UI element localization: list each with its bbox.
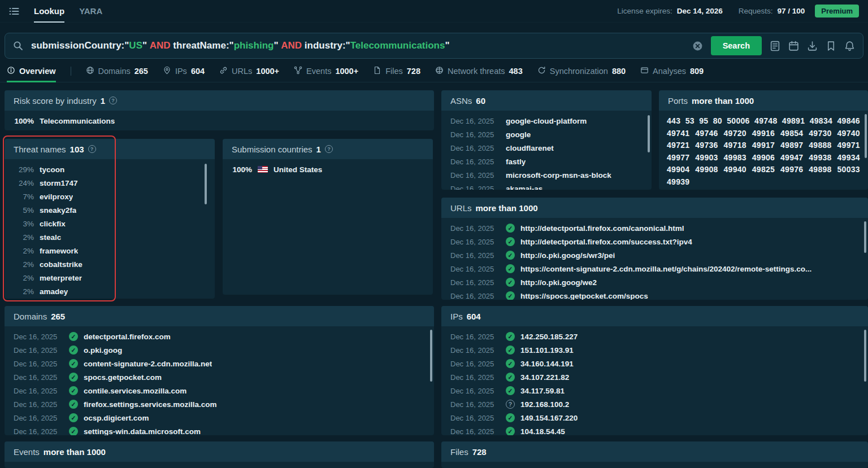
asn-name[interactable]: fastly: [506, 158, 526, 166]
port-value[interactable]: 49748: [754, 115, 777, 128]
port-value[interactable]: 49897: [780, 139, 803, 152]
port-value[interactable]: 49977: [667, 152, 689, 164]
row-value[interactable]: 34.160.144.191: [520, 360, 574, 368]
tab-domains[interactable]: Domains 265: [86, 60, 148, 82]
port-value[interactable]: 49891: [782, 115, 805, 128]
clear-icon[interactable]: [692, 41, 703, 51]
calendar-icon[interactable]: [788, 41, 799, 51]
row-value[interactable]: content-signature-2.cdn.mozilla.net: [84, 360, 212, 368]
port-value[interactable]: 49904: [667, 164, 689, 176]
port-value[interactable]: 49983: [724, 152, 747, 164]
row-value[interactable]: 34.107.221.82: [520, 373, 569, 382]
port-value[interactable]: 49736: [695, 139, 718, 152]
tab-analyses[interactable]: Analyses 809: [640, 60, 704, 82]
risk-industry[interactable]: Telecommunications: [40, 117, 115, 125]
port-value[interactable]: 49917: [752, 139, 775, 152]
row-value[interactable]: http://o.pki.goog/s/wr3/pei: [520, 251, 615, 260]
bookmark-icon[interactable]: [826, 41, 836, 51]
scrollbar-thumb[interactable]: [205, 164, 207, 204]
tab-lookup[interactable]: Lookup: [34, 0, 64, 23]
row-value[interactable]: 192.168.100.2: [520, 400, 569, 409]
asn-name[interactable]: microsoft-corp-msn-as-block: [506, 171, 611, 180]
tab-files[interactable]: Files 728: [373, 60, 420, 82]
port-value[interactable]: 49971: [837, 139, 860, 152]
port-value[interactable]: 50006: [727, 115, 749, 128]
scrollbar-thumb[interactable]: [648, 115, 650, 152]
premium-badge[interactable]: Premium: [815, 5, 859, 18]
scrollbar-thumb[interactable]: [864, 221, 866, 253]
row-value[interactable]: settings-win.data.microsoft.com: [84, 427, 201, 436]
port-value[interactable]: 49846: [837, 115, 860, 128]
threat-name[interactable]: tycoon: [40, 165, 64, 174]
port-value[interactable]: 49718: [724, 139, 747, 152]
row-value[interactable]: http://o.pki.goog/we2: [520, 278, 597, 287]
tab-overview[interactable]: Overview: [7, 60, 56, 82]
port-value[interactable]: 49741: [667, 128, 689, 140]
asn-name[interactable]: google-cloud-platform: [506, 117, 587, 125]
tab-events[interactable]: Events 1000+: [294, 60, 358, 82]
row-value[interactable]: firefox.settings.services.mozilla.com: [84, 400, 217, 409]
threat-name[interactable]: evilproxy: [40, 193, 73, 201]
row-value[interactable]: http://detectportal.firefox.com/success.…: [520, 238, 692, 246]
menu-icon[interactable]: [9, 7, 19, 16]
threat-name[interactable]: sneaky2fa: [40, 206, 76, 215]
port-value[interactable]: 49916: [752, 128, 775, 140]
port-value[interactable]: 49898: [809, 164, 831, 176]
row-value[interactable]: 151.101.193.91: [520, 346, 574, 355]
threat-name[interactable]: amadey: [40, 287, 68, 296]
search-button[interactable]: Search: [711, 36, 762, 55]
threat-name[interactable]: meterpreter: [40, 274, 82, 282]
port-value[interactable]: 49934: [837, 152, 860, 164]
threat-name[interactable]: cobaltstrike: [40, 260, 83, 269]
port-value[interactable]: 49908: [695, 164, 718, 176]
tab-synchronization[interactable]: Synchronization 880: [537, 60, 626, 82]
port-value[interactable]: 49854: [780, 128, 803, 140]
row-value[interactable]: 149.154.167.220: [520, 414, 578, 422]
port-value[interactable]: 443: [667, 115, 680, 128]
tab-ips[interactable]: IPs 604: [163, 60, 205, 82]
row-value[interactable]: 142.250.185.227: [520, 333, 578, 341]
port-value[interactable]: 49976: [780, 164, 803, 176]
port-value[interactable]: 49834: [810, 115, 832, 128]
scrollbar-thumb[interactable]: [865, 114, 867, 158]
port-value[interactable]: 53: [685, 115, 695, 128]
tab-network-threats[interactable]: Network threats 483: [435, 60, 523, 82]
row-value[interactable]: contile.services.mozilla.com: [84, 387, 186, 395]
row-value[interactable]: 34.117.59.81: [520, 387, 565, 395]
tab-yara[interactable]: YARA: [79, 0, 102, 23]
threat-name[interactable]: framework: [40, 247, 78, 255]
row-value[interactable]: http://detectportal.firefox.com/canonica…: [520, 224, 684, 233]
port-value[interactable]: 49938: [809, 152, 831, 164]
threat-name[interactable]: storm1747: [40, 179, 78, 187]
help-icon[interactable]: [88, 145, 96, 153]
port-value[interactable]: 50033: [837, 164, 860, 176]
port-value[interactable]: 49888: [809, 139, 831, 152]
row-value[interactable]: ocsp.digicert.com: [84, 414, 149, 422]
help-icon[interactable]: [325, 145, 333, 153]
asn-name[interactable]: akamai-as: [506, 185, 542, 190]
row-value[interactable]: 104.18.54.45: [520, 427, 565, 436]
row-value[interactable]: o.pki.goog: [84, 346, 122, 355]
row-value[interactable]: https://content-signature-2.cdn.mozilla.…: [520, 265, 811, 273]
tab-urls[interactable]: URLs 1000+: [219, 60, 279, 82]
scrollbar-thumb[interactable]: [430, 330, 432, 382]
port-value[interactable]: 49740: [837, 128, 860, 140]
port-value[interactable]: 49947: [780, 152, 803, 164]
threat-name[interactable]: stealc: [40, 233, 61, 242]
row-value[interactable]: detectportal.firefox.com: [84, 333, 171, 341]
port-value[interactable]: 80: [713, 115, 722, 128]
port-value[interactable]: 49730: [809, 128, 831, 140]
threat-name[interactable]: clickfix: [40, 220, 66, 228]
asn-name[interactable]: google: [506, 130, 531, 139]
row-value[interactable]: https://spocs.getpocket.com/spocs: [520, 292, 648, 300]
port-value[interactable]: 49939: [667, 176, 689, 189]
port-value[interactable]: 49903: [695, 152, 718, 164]
port-value[interactable]: 95: [699, 115, 708, 128]
port-value[interactable]: 49746: [695, 128, 718, 140]
port-value[interactable]: 49825: [752, 164, 775, 176]
help-icon[interactable]: [109, 97, 117, 104]
port-value[interactable]: 49906: [752, 152, 775, 164]
row-value[interactable]: spocs.getpocket.com: [84, 373, 162, 382]
bell-icon[interactable]: [844, 41, 855, 51]
country-name[interactable]: United States: [274, 165, 322, 174]
